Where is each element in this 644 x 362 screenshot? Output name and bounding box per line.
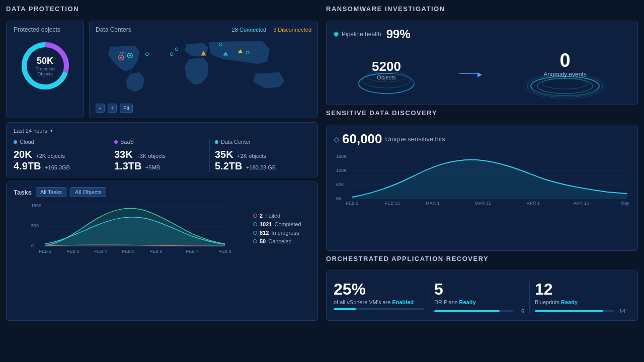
arrow-connector: ▶ bbox=[459, 73, 479, 74]
cloud-objects-delta: +2K objects bbox=[36, 153, 65, 159]
stats-row-header: Last 24 hours ▾ bbox=[14, 128, 310, 134]
pipeline-health-value: 99% bbox=[386, 27, 411, 41]
legend-failed: 2 Failed bbox=[253, 213, 310, 219]
svg-text:FEB 5: FEB 5 bbox=[122, 249, 134, 254]
data-centers-card: Data Centers 28 Connected 3 Disconnected bbox=[89, 21, 318, 118]
oar-drplans-max: 6 bbox=[516, 308, 524, 314]
svg-text:FEB 2: FEB 2 bbox=[346, 201, 358, 206]
cloud-objects-value: 20K bbox=[14, 149, 32, 160]
sensitive-data-card: ◇ 60,000 Unique sensitive hits 180K 120K… bbox=[326, 125, 638, 251]
svg-text:May 1: May 1 bbox=[621, 201, 630, 206]
inprogress-count: 812 bbox=[260, 230, 269, 236]
saas-dot bbox=[114, 140, 118, 144]
failed-count: 2 bbox=[260, 213, 263, 219]
datacenter-header: Data Center bbox=[215, 139, 305, 145]
oar-vsphere-desc: of all vSphere VM's are Enabled bbox=[334, 299, 424, 305]
svg-text:FEB 8: FEB 8 bbox=[218, 249, 231, 254]
datacenter-tb-row: 5.2TB +180.23 GB bbox=[215, 160, 305, 172]
svg-text:0: 0 bbox=[31, 243, 34, 248]
tasks-card: Tasks All Tasks All Objects 1500 500 0 bbox=[6, 182, 318, 321]
svg-text:180K: 180K bbox=[336, 154, 347, 159]
canceled-dot bbox=[253, 239, 257, 243]
pipeline-health-label: Pipeline health bbox=[342, 31, 381, 38]
tasks-filter2-button[interactable]: All Objects bbox=[70, 187, 106, 197]
saas-stat-col: SaaS 33K +3K objects 1.3TB +5MB bbox=[114, 139, 210, 172]
datacenter-dot bbox=[215, 140, 218, 144]
saas-label: SaaS bbox=[120, 139, 134, 145]
datacenter-objects-row: 35K +2K objects bbox=[215, 149, 305, 160]
datacenter-label: Data Center bbox=[221, 139, 251, 145]
data-centers-stats: 28 Connected 3 Disconnected bbox=[232, 27, 311, 33]
svg-text:DC1: DC1 bbox=[120, 52, 125, 55]
sensitive-data-title: SENSITIVE DATA DISCOVERY bbox=[326, 109, 638, 117]
oar-drplans-num: 5 bbox=[434, 281, 524, 297]
oar-vsphere-bar bbox=[334, 308, 424, 310]
svg-text:APR 15: APR 15 bbox=[573, 201, 589, 206]
svg-text:0K: 0K bbox=[336, 196, 342, 201]
svg-text:MAR 1: MAR 1 bbox=[426, 201, 440, 206]
map-fit-button[interactable]: Fit bbox=[120, 104, 133, 113]
ransomware-metrics: 5200 Objects ▶ bbox=[334, 46, 630, 99]
svg-text:FEB 6: FEB 6 bbox=[149, 249, 162, 254]
anomaly-value: 0 bbox=[520, 51, 610, 70]
donut-label: Protected Objects bbox=[31, 66, 59, 76]
ransomware-title: RANSOMWARE INVESTIGATION bbox=[326, 5, 638, 13]
oar-metrics: 25% of all vSphere VM's are Enabled 5 bbox=[334, 281, 630, 314]
cloud-label: Cloud bbox=[20, 139, 34, 145]
svg-text:120K: 120K bbox=[336, 168, 347, 173]
cloud-stat-col: Cloud 20K +2K objects 4.9TB +165.3GB bbox=[14, 139, 109, 172]
sensitive-icon: ◇ bbox=[334, 135, 339, 143]
svg-text:FEB 2: FEB 2 bbox=[39, 249, 51, 254]
oar-blueprints-fill bbox=[535, 310, 603, 312]
svg-text:FEB 4: FEB 4 bbox=[94, 249, 107, 254]
objects-value: 5200 bbox=[372, 59, 401, 74]
oar-drplans-desc: DR Plans Ready bbox=[434, 299, 524, 305]
sensitive-label: Unique sensitive hits bbox=[385, 135, 445, 143]
svg-text:60K: 60K bbox=[336, 182, 344, 187]
tasks-filter1-button[interactable]: All Tasks bbox=[36, 187, 66, 197]
disconnected-count: 3 Disconnected bbox=[273, 27, 311, 33]
completed-count: 1021 bbox=[260, 221, 272, 227]
cloud-header: Cloud bbox=[14, 139, 104, 145]
tasks-header: Tasks All Tasks All Objects bbox=[14, 187, 310, 197]
ransomware-card: Pipeline health 99% 5200 Objects bbox=[326, 21, 638, 105]
oar-blueprints-desc: Blueprints Ready bbox=[535, 299, 625, 305]
svg-text:MAR 15: MAR 15 bbox=[475, 201, 492, 206]
task-chart: 1500 500 0 bbox=[14, 201, 245, 255]
stats-row: Last 24 hours ▾ Cloud 20K +2K objects 4.… bbox=[6, 122, 318, 177]
datacenter-objects-delta: +2K objects bbox=[237, 153, 266, 159]
svg-text:500: 500 bbox=[31, 223, 39, 228]
cloud-dot bbox=[14, 140, 17, 144]
oar-drplans-bar: 6 bbox=[434, 308, 524, 314]
task-chart-svg: 1500 500 0 bbox=[14, 201, 245, 254]
objects-label: Objects bbox=[372, 74, 401, 80]
objects-value-container: 5200 Objects bbox=[372, 59, 401, 80]
svg-text:FEB 15: FEB 15 bbox=[385, 201, 400, 206]
map-svg: DC1 bbox=[96, 36, 311, 99]
oar-drplans: 5 DR Plans Ready 6 bbox=[434, 281, 530, 314]
datacenter-tb-delta: +180.23 GB bbox=[246, 164, 276, 170]
pipeline-health: Pipeline health 99% bbox=[334, 27, 630, 41]
saas-header: SaaS bbox=[114, 139, 204, 145]
svg-text:APR 1: APR 1 bbox=[527, 201, 540, 206]
map-zoom-in-button[interactable]: + bbox=[108, 104, 117, 113]
oar-blueprints-bar: 14 bbox=[535, 308, 625, 314]
time-filter-arrow[interactable]: ▾ bbox=[50, 128, 53, 133]
oar-blueprints: 12 Blueprints Ready 14 bbox=[535, 281, 630, 314]
protected-objects-card: Protected objects 50K Protected Objects bbox=[6, 21, 84, 118]
svg-point-6 bbox=[129, 55, 131, 57]
saas-objects-delta: +3K objects bbox=[136, 153, 166, 159]
saas-tb-delta: +5MB bbox=[145, 164, 160, 170]
oar-drplans-track bbox=[434, 310, 513, 312]
map-zoom-out-button[interactable]: - bbox=[96, 104, 105, 113]
datacenter-tb-value: 5.2TB bbox=[215, 160, 242, 171]
datacenter-objects-value: 35K bbox=[215, 149, 233, 160]
protected-objects-label: Protected objects bbox=[14, 26, 76, 33]
inprogress-dot bbox=[253, 231, 257, 235]
svg-text:FEB 7: FEB 7 bbox=[186, 249, 198, 254]
oar-vsphere-track bbox=[334, 308, 424, 310]
canceled-label: Canceled bbox=[268, 238, 291, 244]
donut-center: 50K Protected Objects bbox=[31, 56, 59, 76]
anomaly-value-container: 0 Anomaly events bbox=[520, 51, 610, 78]
cloud-tb-delta: +165.3GB bbox=[45, 164, 70, 170]
